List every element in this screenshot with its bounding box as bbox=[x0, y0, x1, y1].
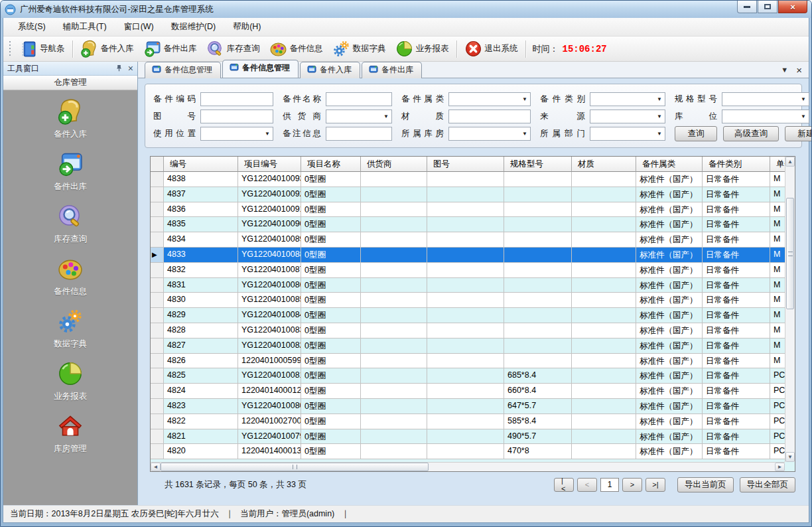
toolbar-item-business-report[interactable]: 业务报表 bbox=[391, 38, 454, 60]
field-select[interactable]: ▼ bbox=[448, 92, 531, 106]
table-cell: 日常备件 bbox=[703, 399, 770, 414]
exit-icon bbox=[464, 40, 482, 58]
table-row[interactable]: 4823YG122040100800型圈647*5.7标准件（国产）日常备件PC bbox=[151, 399, 795, 414]
field-input[interactable] bbox=[200, 110, 273, 123]
scroll-down-icon[interactable]: ▼ bbox=[785, 452, 795, 462]
table-row[interactable]: 482412204014000120型圈660*8.4标准件（国产）日常备件PC bbox=[151, 384, 795, 399]
table-row[interactable]: 4825YG122040100810型圈685*8.4标准件（国产）日常备件PC bbox=[151, 368, 795, 384]
field-input[interactable] bbox=[326, 127, 392, 141]
toolbar-item-data-dict[interactable]: 数据字典 bbox=[328, 38, 391, 60]
field-select[interactable]: ▼ bbox=[326, 110, 392, 123]
field-select[interactable]: ▼ bbox=[590, 127, 665, 141]
sidebar-item-spare-info[interactable]: 备件信息 bbox=[54, 256, 87, 297]
table-row[interactable]: 4827YG122040100820型圈标准件（国产）日常备件M bbox=[151, 339, 795, 354]
table-row[interactable]: 482012204014000130型圈470*8标准件（国产）日常备件PC bbox=[151, 444, 795, 459]
field-select[interactable]: ▼ bbox=[590, 92, 665, 106]
form-button-2[interactable]: 新建 bbox=[785, 126, 812, 141]
table-row[interactable]: ▶4833YG122040100880型圈标准件（国产）日常备件M bbox=[151, 248, 795, 263]
page-number-input[interactable] bbox=[600, 478, 619, 492]
close-button[interactable]: × bbox=[778, 1, 807, 13]
toolbar-item-navbar[interactable]: 导航条 bbox=[15, 38, 70, 60]
column-header[interactable]: 备件属类 bbox=[636, 157, 703, 172]
toolbar-item-spare-in[interactable]: 备件入库 bbox=[76, 38, 139, 60]
horizontal-scrollbar[interactable]: ◄ ► bbox=[151, 462, 785, 471]
tab-1[interactable]: 备件信息管理 bbox=[222, 60, 299, 78]
tab-3[interactable]: 备件出库 bbox=[362, 62, 422, 78]
column-header[interactable]: 备件类别 bbox=[703, 157, 770, 172]
title-bar[interactable]: 广州爱奇迪软件科技有限公司-深田之星仓库管理系统 × bbox=[1, 1, 811, 18]
sidebar-item-spare-in[interactable]: 备件入库 bbox=[54, 98, 87, 140]
table-cell: 日常备件 bbox=[703, 384, 770, 399]
scroll-left-icon[interactable]: ◄ bbox=[151, 463, 161, 471]
column-header[interactable]: 图号 bbox=[427, 157, 504, 172]
field-input[interactable] bbox=[448, 110, 531, 123]
table-row[interactable]: 4830YG122040100850型圈标准件（国产）日常备件M bbox=[151, 293, 795, 308]
table-row[interactable]: 482612204010005990型圈标准件（国产）日常备件M bbox=[151, 354, 795, 369]
table-row[interactable]: 4828YG122040100830型圈标准件（国产）日常备件M bbox=[151, 323, 795, 339]
tab-0[interactable]: 备件信息管理 bbox=[145, 62, 221, 78]
table-cell: 4837 bbox=[164, 187, 238, 202]
tab-list-chevron-down-icon[interactable]: ▼ bbox=[781, 66, 788, 74]
toolbar-item-exit[interactable]: 退出系统 bbox=[460, 38, 523, 60]
toolbar-item-spare-info[interactable]: 备件信息 bbox=[265, 38, 328, 60]
first-page-button[interactable]: |< bbox=[554, 478, 574, 492]
sidebar-item-inventory-query[interactable]: 库存查询 bbox=[54, 203, 87, 245]
export-button-0[interactable]: 导出当前页 bbox=[677, 477, 734, 492]
tab-close-icon[interactable]: × bbox=[796, 65, 802, 75]
table-row[interactable]: 4821YG122040100790型圈490*5.7标准件（国产）日常备件PC bbox=[151, 429, 795, 445]
table-row[interactable]: 4837YG122040100920型圈标准件（国产）日常备件M bbox=[151, 187, 795, 202]
field-select[interactable]: ▼ bbox=[448, 127, 531, 141]
field-select[interactable]: ▼ bbox=[590, 110, 665, 123]
tab-2[interactable]: 备件入库 bbox=[300, 62, 360, 78]
table-row[interactable]: 4835YG122040100900型圈标准件（国产）日常备件M bbox=[151, 217, 795, 232]
menu-item-0[interactable]: 系统(S) bbox=[10, 19, 54, 35]
table-header-row: 编号项目编号项目名称供货商图号规格型号材质备件属类备件类别单位 bbox=[151, 157, 795, 172]
scroll-up-icon[interactable]: ▲ bbox=[785, 157, 795, 167]
vertical-scroll-thumb[interactable] bbox=[786, 198, 794, 309]
table-row[interactable]: 4829YG122040100840型圈标准件（国产）日常备件M bbox=[151, 308, 795, 323]
table-row[interactable]: 4838YG122040100930型圈标准件（国产）日常备件M bbox=[151, 172, 795, 187]
export-button-1[interactable]: 导出全部页 bbox=[740, 477, 796, 492]
field-select[interactable]: ▼ bbox=[200, 127, 273, 141]
field-input[interactable] bbox=[200, 92, 273, 106]
pin-icon[interactable] bbox=[115, 64, 123, 73]
toolbar-item-inventory-query[interactable]: 库存查询 bbox=[202, 38, 265, 60]
column-header[interactable]: 项目编号 bbox=[238, 157, 301, 172]
horizontal-scroll-thumb[interactable] bbox=[161, 463, 429, 471]
menu-item-4[interactable]: 帮助(H) bbox=[225, 19, 269, 35]
toolbar-grip[interactable] bbox=[9, 40, 12, 58]
form-button-0[interactable]: 查询 bbox=[675, 126, 717, 141]
sidebar-item-spare-out[interactable]: 备件出库 bbox=[54, 151, 87, 192]
sidebar-item-business-report[interactable]: 业务报表 bbox=[54, 360, 87, 402]
maximize-button[interactable] bbox=[758, 1, 778, 13]
field-select[interactable]: ▼ bbox=[722, 110, 809, 123]
sidebar-item-warehouse[interactable]: 库房管理 bbox=[54, 413, 87, 455]
menu-item-2[interactable]: 窗口(W) bbox=[116, 19, 162, 35]
table-row[interactable]: 4836YG122040100910型圈标准件（国产）日常备件M bbox=[151, 202, 795, 218]
table-row[interactable]: 4834YG122040100890型圈标准件（国产）日常备件M bbox=[151, 232, 795, 248]
column-header[interactable]: 供货商 bbox=[361, 157, 427, 172]
table-row[interactable]: 4831YG122040100860型圈标准件（国产）日常备件M bbox=[151, 278, 795, 293]
column-header[interactable]: 编号 bbox=[164, 157, 238, 172]
column-header[interactable]: 项目名称 bbox=[301, 157, 361, 172]
form-button-1[interactable]: 高级查询 bbox=[723, 126, 779, 141]
menu-item-1[interactable]: 辅助工具(T) bbox=[55, 19, 115, 35]
table-cell bbox=[572, 429, 636, 445]
minimize-button[interactable] bbox=[737, 1, 757, 13]
table-row[interactable]: 4832YG122040100870型圈标准件（国产）日常备件M bbox=[151, 263, 795, 278]
menu-item-3[interactable]: 数据维护(D) bbox=[163, 19, 224, 35]
field-select[interactable]: ▼ bbox=[722, 92, 809, 106]
scroll-right-icon[interactable]: ► bbox=[775, 463, 785, 471]
next-page-button[interactable]: > bbox=[622, 478, 642, 492]
prev-page-button[interactable]: < bbox=[577, 478, 597, 492]
vertical-scrollbar[interactable]: ▲ ▼ bbox=[785, 157, 795, 462]
table-row[interactable]: 482212204010027000型圈585*8.4标准件（国产）日常备件PC bbox=[151, 414, 795, 429]
last-page-button[interactable]: >| bbox=[645, 478, 665, 492]
toolbar-item-spare-out[interactable]: 备件出库 bbox=[139, 38, 202, 60]
sidebar-group-warehouse[interactable]: 仓库管理 bbox=[3, 76, 137, 90]
tool-window-close-icon[interactable]: × bbox=[128, 64, 133, 73]
column-header[interactable]: 规格型号 bbox=[504, 157, 572, 172]
field-input[interactable] bbox=[326, 92, 392, 106]
column-header[interactable]: 材质 bbox=[572, 157, 636, 172]
sidebar-item-data-dict[interactable]: 数据字典 bbox=[54, 308, 87, 350]
